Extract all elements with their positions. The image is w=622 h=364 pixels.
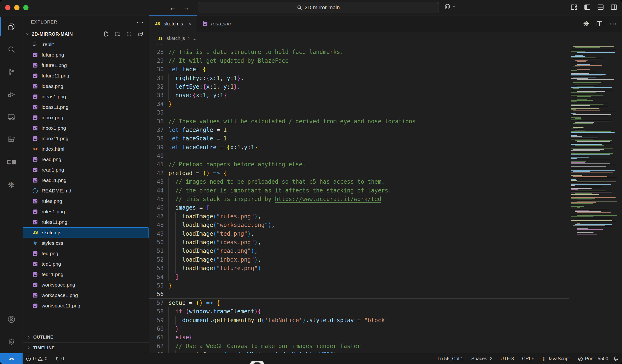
code-line-38[interactable]: 38let faceScale = 1 <box>149 134 569 143</box>
file-item-rules1-png[interactable]: rules1.png <box>23 207 149 217</box>
code-line-52[interactable]: 52 loadImage("inbox.png"), <box>149 255 569 264</box>
new-file-icon[interactable] <box>103 31 109 37</box>
file-item-rules-png[interactable]: rules.png <box>23 196 149 207</box>
code-line-30[interactable]: 30let face= { <box>149 65 569 74</box>
more-actions-icon[interactable]: ⋯ <box>610 19 617 28</box>
code-line-35[interactable]: 35 <box>149 108 569 117</box>
minimap[interactable] <box>569 44 622 353</box>
code-line-62[interactable]: 62 // Use a WebGL Canvas to make our ima… <box>149 342 569 350</box>
eol-sequence[interactable]: CRLF <box>519 356 538 361</box>
bell-icon[interactable] <box>613 356 619 362</box>
file-item-sketch-js[interactable]: JSsketch.js <box>23 227 149 238</box>
code-line-61[interactable]: 61 else{ <box>149 333 569 342</box>
tab-sketch-js[interactable]: JS sketch.js × <box>149 16 197 32</box>
code-line-48[interactable]: 48 loadImage("workspace.png"), <box>149 221 569 229</box>
file-item-styles-css[interactable]: #styles.css <box>23 238 149 248</box>
remote-indicator[interactable]: >< <box>0 353 22 364</box>
dock-app-icon[interactable] <box>250 361 264 364</box>
toggle-secondary-sidebar-icon[interactable] <box>610 3 618 11</box>
folder-section-header[interactable]: 2D-MIRROR-MAIN <box>23 29 149 39</box>
code-line-59[interactable]: 59 document.getElementById('TabNotice').… <box>149 316 569 325</box>
activity-c-extension[interactable]: C <box>0 151 22 173</box>
close-window-button[interactable] <box>5 5 10 10</box>
new-folder-icon[interactable] <box>115 31 121 37</box>
file-item-ideas-png[interactable]: ideas.png <box>23 81 149 92</box>
close-tab-icon[interactable]: × <box>188 21 192 27</box>
settings-button[interactable] <box>0 330 22 353</box>
code-line-42[interactable]: 42preload = () => { <box>149 169 569 177</box>
language-mode[interactable]: {} JavaScript <box>539 356 573 361</box>
file-item-future11-png[interactable]: future11.png <box>23 71 149 81</box>
split-editor-icon[interactable] <box>596 20 603 27</box>
file-item-index-html[interactable]: <>index.html <box>23 144 149 154</box>
forward-icon[interactable]: → <box>182 3 190 12</box>
breadcrumb-item-symbol[interactable]: ... <box>193 36 196 41</box>
code-line-44[interactable]: 44 // the order is important as it affec… <box>149 186 569 195</box>
code-editor[interactable]: 2728// This is a data structure to hold … <box>149 44 569 353</box>
file-item-readme-md[interactable]: README.md <box>23 186 149 196</box>
collapse-all-icon[interactable] <box>137 31 143 37</box>
code-line-53[interactable]: 53 loadImage("future.png") <box>149 264 569 272</box>
code-line-60[interactable]: 60 } <box>149 325 569 333</box>
activity-remote-explorer[interactable] <box>0 106 22 128</box>
activity-source-control[interactable] <box>0 61 22 83</box>
code-line-46[interactable]: 46 images = [ <box>149 203 569 212</box>
code-line-56[interactable]: 56 <box>149 290 569 298</box>
code-line-47[interactable]: 47 loadImage("rules.png"), <box>149 212 569 221</box>
timeline-panel-header[interactable]: TIMELINE <box>23 342 149 353</box>
code-line-51[interactable]: 51 loadImage("read.png"), <box>149 247 569 255</box>
toggle-primary-sidebar-icon[interactable] <box>583 3 591 11</box>
breadcrumb-item-file[interactable]: sketch.js <box>167 36 185 41</box>
customize-layout-icon[interactable] <box>570 3 578 11</box>
file-item-workspace-png[interactable]: workspace.png <box>23 280 149 290</box>
code-line-33[interactable]: 33 nose:{x:1, y:1} <box>149 91 569 99</box>
code-line-55[interactable]: 55} <box>149 281 569 290</box>
toggle-panel-icon[interactable] <box>597 3 604 11</box>
indentation[interactable]: Spaces: 2 <box>468 356 496 361</box>
zoom-window-button[interactable] <box>23 5 29 10</box>
command-center-search[interactable]: 2D-mirror-main <box>198 2 439 13</box>
code-line-50[interactable]: 50 loadImage("ideas.png"), <box>149 238 569 247</box>
copilot-menu[interactable] <box>444 3 456 10</box>
file-item-ted1-png[interactable]: ted1.png <box>23 259 149 269</box>
file-item-workspace1-png[interactable]: workspace1.png <box>23 290 149 301</box>
file-item-read-png[interactable]: read.png <box>23 154 149 165</box>
file-item-workspace11-png[interactable]: workspace11.png <box>23 301 149 311</box>
code-line-27[interactable]: 27 <box>149 44 569 48</box>
code-line-45[interactable]: 45 // this stack is inspired by https://… <box>149 195 569 203</box>
code-line-36[interactable]: 36// These values will be calculated / d… <box>149 117 569 126</box>
code-line-57[interactable]: 57setup = () => { <box>149 299 569 307</box>
refresh-icon[interactable] <box>126 31 132 37</box>
problems-status[interactable]: 0 0 <box>22 356 51 361</box>
explorer-more-actions-icon[interactable]: ··· <box>136 19 144 26</box>
file-item-ideas11-png[interactable]: ideas11.png <box>23 102 149 112</box>
file-item-ideas1-png[interactable]: ideas1.png <box>23 92 149 102</box>
file-item-ted11-png[interactable]: ted11.png <box>23 269 149 280</box>
code-line-43[interactable]: 43 // images need to be preloaded so tha… <box>149 177 569 186</box>
openai-icon[interactable]: ❋ <box>583 20 589 27</box>
file-item-future1-png[interactable]: future1.png <box>23 60 149 71</box>
tab-read-png[interactable]: read.png <box>197 16 236 32</box>
file-item-read11-png[interactable]: read11.png <box>23 175 149 186</box>
cursor-position[interactable]: Ln 56, Col 1 <box>434 356 466 361</box>
activity-run-debug[interactable] <box>0 83 22 106</box>
minimize-window-button[interactable] <box>14 5 19 10</box>
file-item-inbox11-png[interactable]: inbox11.png <box>23 133 149 144</box>
file-item-inbox-png[interactable]: inbox.png <box>23 112 149 123</box>
code-line-31[interactable]: 31 rightEye:{x:1, y:1}, <box>149 74 569 82</box>
encoding[interactable]: UTF-8 <box>497 356 517 361</box>
code-line-34[interactable]: 34} <box>149 100 569 108</box>
code-line-28[interactable]: 28// This is a data structure to hold fa… <box>149 48 569 56</box>
accounts-button[interactable] <box>0 308 22 330</box>
code-line-29[interactable]: 29// It will get updated by BlazeFace <box>149 57 569 65</box>
activity-explorer[interactable] <box>0 16 22 38</box>
code-line-58[interactable]: 58 if (window.frameElement){ <box>149 307 569 316</box>
file-item-read1-png[interactable]: read1.png <box>23 165 149 175</box>
activity-search[interactable] <box>0 38 22 61</box>
code-line-37[interactable]: 37let faceAngle = 1 <box>149 126 569 134</box>
ports-status[interactable]: 0 <box>51 356 67 361</box>
code-line-49[interactable]: 49 loadImage("ted.png"), <box>149 230 569 238</box>
activity-openai[interactable]: ❋ <box>0 173 22 196</box>
file-item-ted-png[interactable]: ted.png <box>23 248 149 259</box>
file-item-future-png[interactable]: future.png <box>23 50 149 60</box>
